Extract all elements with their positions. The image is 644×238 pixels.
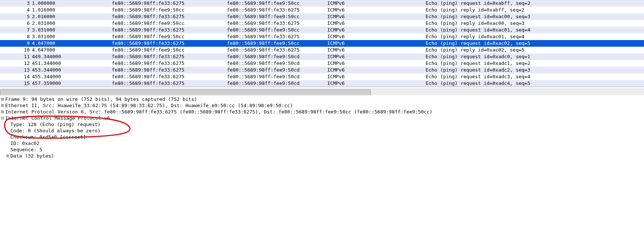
tree-data[interactable]: ⊞ Data (32 bytes) [0, 153, 644, 159]
col-protocol: ICMPv6 [327, 73, 426, 80]
col-protocol: ICMPv6 [327, 67, 426, 73]
tree-text: Sequence: 5 [10, 146, 42, 153]
col-source: fe80::5689:98ff:fee9:50cc [112, 7, 227, 13]
tree-text: Internet Control Message Protocol v6 [5, 115, 110, 121]
packet-row[interactable]: 83.031000fe80::5689:98ff:fee9:50ccfe80::… [0, 33, 644, 40]
tree-text: ID: 0xac02 [10, 140, 39, 146]
packet-row[interactable]: 62.031000fe80::5689:98ff:fee9:50ccfe80::… [0, 20, 644, 27]
col-info: Echo (ping) request id=0xabff, seq=2 [426, 0, 644, 7]
col-time: 4.047000 [32, 40, 112, 47]
col-destination: fe80::5689:98ff:fe33:6275 [227, 47, 327, 53]
col-info: Echo (ping) request id=0xadc2, seq=3 [426, 67, 644, 73]
col-time: 455.344000 [32, 73, 112, 80]
col-info: Echo (ping) reply id=0xac00, seq=3 [426, 20, 644, 27]
col-source: fe80::5689:98ff:fe33:6275 [112, 60, 227, 67]
col-source: fe80::5689:98ff:fe33:6275 [112, 13, 227, 20]
col-no: 11 [0, 53, 32, 60]
packet-row[interactable]: 12451.344000fe80::5689:98ff:fe33:6275fe8… [0, 60, 644, 67]
col-source: fe80::5689:98ff:fee9:50cc [112, 20, 227, 27]
col-destination: fe80::5689:98ff:fee9:50cd [227, 80, 327, 87]
col-no: 13 [0, 67, 32, 73]
col-info: Echo (ping) reply id=0xac02, seq=5 [426, 47, 644, 53]
tree-ethernet[interactable]: ⊞ Ethernet II, Src: HuaweiTe_33:62:75 (5… [0, 102, 644, 109]
tree-frame[interactable]: ⊞ Frame 9: 94 bytes on wire (752 bits), … [0, 96, 644, 102]
collapse-icon[interactable]: ⊟ [0, 115, 5, 121]
packet-list[interactable]: 31.000000fe80::5689:98ff:fe33:6275fe80::… [0, 0, 644, 87]
col-destination: fe80::5689:98ff:fee9:50cc [227, 0, 327, 7]
col-destination: fe80::5689:98ff:fe33:6275 [227, 7, 327, 13]
tree-icmpv6-sequence[interactable]: Sequence: 5 [0, 146, 644, 153]
col-destination: fe80::5689:98ff:fee9:50cd [227, 67, 327, 73]
col-source: fe80::5689:98ff:fe33:6275 [112, 67, 227, 73]
col-protocol: ICMPv6 [327, 13, 426, 20]
tree-icmpv6-id[interactable]: ID: 0xac02 [0, 140, 644, 146]
tree-text: Type: 128 (Echo (ping) request) [10, 121, 101, 128]
tree-ipv6[interactable]: ⊞ Internet Protocol Version 6, Src: fe80… [0, 109, 644, 115]
col-protocol: ICMPv6 [327, 20, 426, 27]
packet-row[interactable]: 11449.344000fe80::5689:98ff:fe33:6275fe8… [0, 53, 644, 60]
col-time: 1.016000 [32, 7, 112, 13]
packet-row[interactable]: 31.000000fe80::5689:98ff:fe33:6275fe80::… [0, 0, 644, 7]
col-destination: fe80::5689:98ff:fee9:50cd [227, 73, 327, 80]
col-destination: fe80::5689:98ff:fee9:50cc [227, 40, 327, 47]
col-protocol: ICMPv6 [327, 7, 426, 13]
col-time: 3.031000 [32, 27, 112, 33]
expand-icon[interactable]: ⊞ [0, 96, 5, 102]
col-time: 449.344000 [32, 53, 112, 60]
tree-text: Checksum: 0xd5a0 [correct] [10, 134, 86, 140]
col-no: 15 [0, 80, 32, 87]
col-protocol: ICMPv6 [327, 0, 426, 7]
col-time: 457.359000 [32, 80, 112, 87]
packet-row[interactable]: 52.016000fe80::5689:98ff:fe33:6275fe80::… [0, 13, 644, 20]
tree-text: Data (32 bytes) [10, 153, 54, 159]
col-no: 8 [0, 33, 32, 40]
tree-icmpv6-code[interactable]: Code: 0 (Should always be zero) [0, 128, 644, 134]
col-no: 4 [0, 7, 32, 13]
col-protocol: ICMPv6 [327, 60, 426, 67]
col-time: 4.047000 [32, 47, 112, 53]
tree-text: Frame 9: 94 bytes on wire (752 bits), 94… [5, 96, 197, 102]
packet-row[interactable]: 73.031000fe80::5689:98ff:fe33:6275fe80::… [0, 27, 644, 33]
packet-row[interactable]: 14455.344000fe80::5689:98ff:fe33:6275fe8… [0, 73, 644, 80]
col-destination: fe80::5689:98ff:fee9:50cd [227, 53, 327, 60]
col-source: fe80::5689:98ff:fee9:50cc [112, 47, 227, 53]
tree-icmpv6[interactable]: ⊟ Internet Control Message Protocol v6 [0, 115, 644, 121]
col-time: 3.031000 [32, 33, 112, 40]
col-no: 6 [0, 20, 32, 27]
col-info: Echo (ping) request id=0xadc3, seq=4 [426, 73, 644, 80]
col-source: fe80::5689:98ff:fe33:6275 [112, 27, 227, 33]
packet-row[interactable]: 94.047000fe80::5689:98ff:fe33:6275fe80::… [0, 40, 644, 47]
col-destination: fe80::5689:98ff:fe33:6275 [227, 20, 327, 27]
packet-details-tree[interactable]: ⊞ Frame 9: 94 bytes on wire (752 bits), … [0, 95, 644, 159]
tree-icmpv6-checksum[interactable]: Checksum: 0xd5a0 [correct] [0, 134, 644, 140]
packet-row[interactable]: 41.016000fe80::5689:98ff:fee9:50ccfe80::… [0, 7, 644, 13]
expand-icon[interactable]: ⊞ [0, 102, 5, 109]
col-info: Echo (ping) reply id=0xac01, seq=4 [426, 33, 644, 40]
col-no: 12 [0, 60, 32, 67]
col-source: fe80::5689:98ff:fe33:6275 [112, 80, 227, 87]
col-time: 451.344000 [32, 60, 112, 67]
col-info: Echo (ping) request id=0xac02, seq=5 [426, 40, 644, 47]
col-source: fe80::5689:98ff:fe33:6275 [112, 53, 227, 60]
col-protocol: ICMPv6 [327, 27, 426, 33]
col-no: 5 [0, 13, 32, 20]
expand-icon[interactable]: ⊞ [5, 153, 10, 159]
packet-row[interactable]: 15457.359000fe80::5689:98ff:fe33:6275fe8… [0, 80, 644, 87]
tree-icmpv6-type[interactable]: Type: 128 (Echo (ping) request) [0, 121, 644, 128]
col-source: fe80::5689:98ff:fee9:50cc [112, 33, 227, 40]
tree-text: Ethernet II, Src: HuaweiTe_33:62:75 (54:… [5, 102, 293, 109]
col-no: 9 [0, 40, 32, 47]
col-no: 3 [0, 0, 32, 7]
expand-icon[interactable]: ⊞ [0, 109, 5, 115]
col-info: Echo (ping) reply id=0xabff, seq=2 [426, 7, 644, 13]
horizontal-scrollbar[interactable] [0, 89, 644, 95]
tree-text: Code: 0 (Should always be zero) [10, 128, 101, 134]
scrollbar-thumb[interactable] [0, 89, 371, 96]
col-protocol: ICMPv6 [327, 80, 426, 87]
col-info: Echo (ping) request id=0xadc0, seq=1 [426, 53, 644, 60]
packet-row[interactable]: 13453.344000fe80::5689:98ff:fe33:6275fe8… [0, 67, 644, 73]
col-destination: fe80::5689:98ff:fee9:50cc [227, 27, 327, 33]
col-time: 1.000000 [32, 0, 112, 7]
col-destination: fe80::5689:98ff:fee9:50cd [227, 60, 327, 67]
packet-row[interactable]: 104.047000fe80::5689:98ff:fee9:50ccfe80:… [0, 47, 644, 53]
